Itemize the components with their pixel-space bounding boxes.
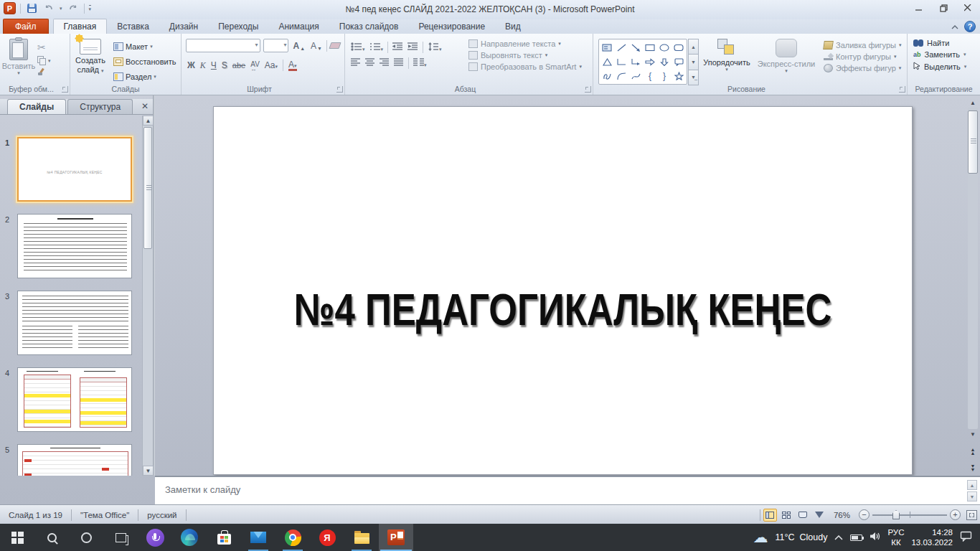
panel-close-icon[interactable]: ✕ [141,101,149,111]
panel-scrollbar[interactable]: ▲ ▼ [142,116,153,476]
format-painter-button[interactable] [37,68,46,77]
chrome-button[interactable] [275,524,310,551]
font-name-combo[interactable] [186,39,260,52]
font-size-combo[interactable] [263,39,289,52]
drawing-dialog-launcher[interactable] [899,86,905,93]
slide-title[interactable]: №4 ПЕДАГОГИКАЛЫҚ КЕҢЕС [255,283,870,334]
panel-scroll-up-icon[interactable]: ▲ [143,116,154,126]
scroll-down-icon[interactable]: ▼ [967,429,979,439]
mail-button[interactable] [241,524,275,551]
panel-scroll-thumb[interactable] [143,127,152,249]
tab-review[interactable]: Рецензирование [408,19,495,34]
notes-scroll-down-icon[interactable]: ▼ [967,491,977,501]
tab-slideshow[interactable]: Показ слайдов [329,19,409,34]
tab-outline[interactable]: Структура [67,99,133,114]
shapes-scroll-down[interactable]: ▼ [688,54,699,70]
previous-slide-button[interactable]: ▲▲ [967,443,979,459]
taskbar-search-button[interactable] [34,524,69,551]
shapes-scroll-up[interactable]: ▲ [688,39,699,55]
tab-view[interactable]: Вид [495,19,531,34]
zoom-out-button[interactable]: − [859,509,870,520]
slide-counter[interactable]: Слайд 1 из 19 [0,511,71,519]
paragraph-dialog-launcher[interactable] [585,86,591,93]
reset-button[interactable]: Восстановить [113,55,176,68]
tab-file[interactable]: Файл [3,19,49,34]
weather-widget[interactable]: 11°C Cloudy [776,532,828,542]
copy-button[interactable]: ▾ [37,56,51,65]
panel-scroll-down-icon[interactable]: ▼ [143,466,154,476]
decrease-indent-button[interactable] [392,42,403,53]
tab-animations[interactable]: Анимация [268,19,329,34]
notes-pane[interactable]: Заметки к слайду ▲ ▼ [155,476,980,504]
store-button[interactable] [207,524,241,551]
zoom-slider-handle[interactable] [892,510,900,519]
cut-button[interactable]: ✂ [37,42,51,53]
underline-button[interactable]: Ч [211,60,217,70]
collapse-ribbon-button[interactable] [951,22,958,32]
replace-button[interactable]: abЗаменить▾ [913,50,980,59]
close-button[interactable] [956,0,980,16]
shape-fill-button[interactable]: Заливка фигуры▾ [824,41,902,50]
grow-font-button[interactable]: A▲ [291,41,306,51]
select-button[interactable]: Выделить▾ [913,62,980,72]
layout-button[interactable]: Макет▾ [113,40,176,53]
yandex-browser-button[interactable]: Я [310,524,344,551]
change-case-button[interactable]: Aa▾ [265,60,278,70]
slide-thumbnail-5[interactable] [17,444,132,476]
justify-button[interactable] [394,58,404,69]
scroll-thumb[interactable] [968,110,978,174]
align-text-button[interactable]: Выровнять текст▾ [468,51,582,60]
restore-button[interactable] [931,0,956,16]
shape-effects-button[interactable]: Эффекты фигур▾ [824,64,902,72]
shape-outline-button[interactable]: Контур фигуры▾ [824,52,902,61]
text-shadow-button[interactable]: S [222,60,227,70]
text-direction-button[interactable]: Направление текста▾ [468,39,582,48]
minimize-button[interactable] [907,0,931,16]
notification-center-icon[interactable] [960,531,973,544]
clock[interactable]: 14:28 13.03.2022 [911,527,953,547]
align-right-button[interactable] [380,58,390,69]
start-button[interactable] [0,524,34,551]
tab-insert[interactable]: Вставка [107,19,159,34]
italic-button[interactable]: К [200,60,206,71]
strikethrough-button[interactable]: abe [232,61,245,70]
zoom-slider[interactable] [872,509,947,520]
next-slide-button[interactable]: ▼▼ [967,460,979,476]
tray-expand-icon[interactable] [834,532,843,542]
slide-thumbnail-2[interactable] [17,214,132,278]
powerpoint-taskbar-button[interactable]: P [379,524,413,551]
shapes-gallery[interactable]: { } [598,39,687,85]
fit-to-window-button[interactable] [966,510,977,520]
clear-formatting-button[interactable] [329,42,341,49]
align-center-button[interactable] [365,58,375,69]
tab-design[interactable]: Дизайн [159,19,208,34]
notes-scroll-up-icon[interactable]: ▲ [967,480,977,490]
language-switcher[interactable]: РУС КК [887,527,904,547]
speaker-icon[interactable] [870,532,880,543]
panel-splitter[interactable] [153,95,155,476]
zoom-in-button[interactable]: + [950,509,961,520]
line-spacing-button[interactable]: ▾ [428,42,442,53]
zoom-percentage[interactable]: 76% [829,511,856,519]
language-indicator[interactable]: русский [138,511,185,519]
slide-sorter-button[interactable] [780,509,793,522]
voice-assistant-button[interactable] [138,524,172,551]
shapes-more-button[interactable]: ▼̲ [688,70,699,85]
font-dialog-launcher[interactable] [336,86,343,93]
numbering-button[interactable]: ▾ [369,42,384,53]
scroll-up-icon[interactable]: ▲ [967,98,979,108]
font-color-button[interactable]: А▾ [288,60,297,71]
slide-canvas[interactable]: №4 ПЕДАГОГИКАЛЫҚ КЕҢЕС [213,106,913,475]
help-button[interactable]: ? [964,21,976,32]
cortana-button[interactable] [69,524,103,551]
scroll-track[interactable] [968,108,978,429]
reading-view-button[interactable] [796,509,810,522]
shrink-font-button[interactable]: A▼ [309,41,324,51]
tab-slides-thumbnails[interactable]: Слайды [7,99,66,114]
theme-name[interactable]: "Тема Office" [72,511,138,519]
tab-home[interactable]: Главная [53,19,108,34]
bullets-button[interactable]: ▾ [351,42,365,53]
convert-smartart-button[interactable]: Преобразовать в SmartArt▾ [468,62,582,71]
edge-button[interactable] [172,524,207,551]
increase-indent-button[interactable] [407,42,418,53]
